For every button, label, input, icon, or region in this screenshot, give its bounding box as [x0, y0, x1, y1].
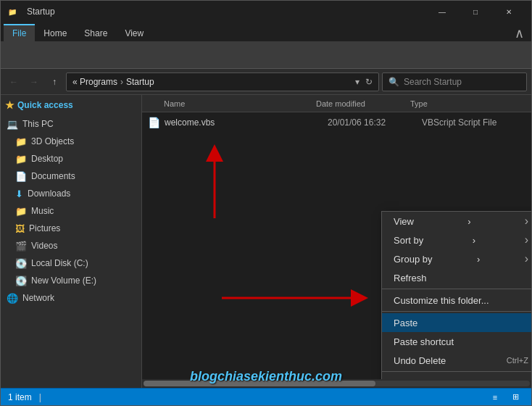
minimize-button[interactable]: —	[425, 1, 459, 22]
network-icon: 🌐	[7, 293, 18, 304]
ribbon-placeholder	[7, 54, 15, 57]
file-header: Name Date modified Type	[142, 95, 531, 112]
file-date: 20/01/06 16:32	[328, 117, 422, 128]
context-menu-item-give-access[interactable]: Give access to ›	[382, 373, 531, 379]
folder-music-icon: 📁	[15, 206, 27, 217]
col-date-header[interactable]: Date modified	[316, 99, 410, 108]
sidebar-item-newvolume[interactable]: 💽 New Volume (E:)	[1, 272, 141, 289]
sidebar-item-localdisk[interactable]: 💽 Local Disk (C:)	[1, 254, 141, 272]
hscrollbar-thumb[interactable]	[144, 381, 375, 386]
sidebar: ★ Quick access 💻 This PC 📁 3D Objects 📁 …	[1, 95, 142, 388]
search-box[interactable]: 🔍 Search Startup	[382, 72, 527, 91]
context-menu-item-groupby[interactable]: Group by ›	[382, 249, 531, 268]
context-menu-item-customize[interactable]: Customize this folder...	[382, 291, 531, 310]
sidebar-item-newvolume-label: New Volume (E:)	[31, 276, 96, 286]
statusbar-separator: |	[39, 392, 41, 402]
undo-shortcut: Ctrl+Z	[507, 356, 528, 365]
tab-share[interactable]: Share	[75, 24, 116, 41]
context-menu-item-paste[interactable]: Paste	[382, 313, 531, 332]
close-button[interactable]: ✕	[492, 1, 525, 22]
breadcrumb-dropdown[interactable]: ▾	[355, 77, 359, 87]
context-menu-item-view[interactable]: View ›	[382, 212, 531, 231]
search-placeholder: Search Startup	[404, 77, 462, 87]
tab-home[interactable]: Home	[35, 24, 75, 41]
sidebar-item-3dobjects-label: 3D Objects	[31, 136, 74, 146]
sidebar-item-downloads[interactable]: ⬇ Downloads	[1, 185, 141, 202]
maximize-button[interactable]: □	[459, 1, 492, 22]
sidebar-item-3dobjects[interactable]: 📁 3D Objects	[1, 133, 141, 150]
context-menu-item-refresh[interactable]: Refresh	[382, 268, 531, 287]
file-name: welcome.vbs	[165, 117, 328, 128]
sortby-arrow-icon: ›	[473, 235, 475, 246]
up-button[interactable]: ↑	[46, 73, 63, 91]
search-icon: 🔍	[388, 77, 399, 87]
ribbon-collapse-button[interactable]: ∧	[510, 25, 528, 41]
file-row[interactable]: 📄 welcome.vbs 20/01/06 16:32 VBScript Sc…	[142, 112, 531, 133]
breadcrumb-sep: ›	[120, 77, 123, 87]
folder-pictures-icon: 🖼	[15, 223, 25, 234]
col-name-header[interactable]: Name	[142, 99, 316, 108]
drive-e-icon: 💽	[15, 276, 27, 286]
sidebar-item-network[interactable]: 🌐 Network	[1, 289, 141, 307]
sidebar-item-music[interactable]: 📁 Music	[1, 202, 141, 220]
titlebar-buttons: — □ ✕	[425, 1, 525, 22]
file-panel: Name Date modified Type 📄 welcome.vbs 20…	[142, 95, 531, 388]
context-menu-item-sortby[interactable]: Sort by ›	[382, 231, 531, 249]
divider-3	[382, 371, 531, 372]
tab-file[interactable]: File	[4, 24, 35, 41]
window-icon: 📁	[7, 6, 18, 17]
file-icon: 📄	[148, 117, 160, 128]
sidebar-item-pictures-label: Pictures	[29, 223, 60, 233]
sidebar-item-network-label: Network	[22, 293, 54, 303]
context-menu-item-undo-delete[interactable]: Undo Delete Ctrl+Z	[382, 351, 531, 370]
view-details-button[interactable]: ≡	[486, 390, 504, 405]
pc-icon: 💻	[7, 119, 18, 130]
sidebar-item-localdisk-label: Local Disk (C:)	[31, 258, 88, 268]
star-icon: ★	[5, 99, 14, 111]
view-large-icons-button[interactable]: ⊞	[507, 390, 524, 405]
sidebar-item-documents-label: Documents	[31, 171, 75, 181]
ribbon-content	[1, 41, 531, 69]
give-access-arrow-icon: ›	[489, 378, 491, 380]
sidebar-item-pictures[interactable]: 🖼 Pictures	[1, 220, 141, 237]
file-type: VBScript Script File	[422, 117, 531, 128]
sidebar-item-thispc[interactable]: 💻 This PC	[1, 115, 141, 133]
titlebar-icons: 📁	[7, 6, 18, 17]
folder-videos-icon: 🎬	[15, 241, 27, 252]
groupby-arrow-icon: ›	[477, 254, 480, 265]
sidebar-item-videos[interactable]: 🎬 Videos	[1, 237, 141, 254]
sidebar-item-documents[interactable]: 📄 Documents	[1, 167, 141, 185]
sidebar-item-desktop[interactable]: 📁 Desktop	[1, 150, 141, 167]
arrow-paste-svg	[215, 283, 388, 327]
tab-view[interactable]: View	[116, 24, 152, 41]
divider-1	[382, 289, 531, 289]
titlebar: 📁 Startup — □ ✕	[1, 1, 531, 22]
item-count: 1 item	[8, 392, 32, 402]
statusbar-view-buttons: ≡ ⊞	[486, 390, 524, 405]
folder-docs-icon: 📄	[15, 171, 27, 182]
view-arrow-icon: ›	[467, 216, 470, 227]
addressbar: ← → ↑ « Programs › Startup ▾ ↻ 🔍 Search …	[1, 69, 531, 95]
breadcrumb[interactable]: « Programs › Startup ▾ ↻	[66, 72, 379, 91]
folder-downloads-icon: ⬇	[15, 188, 23, 199]
back-button[interactable]: ←	[5, 73, 22, 91]
forward-button[interactable]: →	[25, 73, 43, 91]
breadcrumb-current: Startup	[126, 77, 154, 87]
col-type-header[interactable]: Type	[410, 99, 531, 108]
sidebar-section-quickaccess[interactable]: ★ Quick access	[1, 95, 141, 115]
context-menu: View › Sort by › Group by › Refresh	[381, 211, 531, 379]
sidebar-item-music-label: Music	[31, 206, 54, 216]
hscrollbar[interactable]	[142, 379, 531, 388]
divider-2	[382, 311, 531, 312]
statusbar: 1 item | ≡ ⊞	[1, 388, 531, 405]
hscrollbar-track	[144, 381, 530, 386]
ribbon-tabs: File Home Share View ∧	[1, 22, 531, 41]
sidebar-item-downloads-label: Downloads	[28, 188, 70, 199]
file-area: Name Date modified Type 📄 welcome.vbs 20…	[142, 95, 531, 379]
breadcrumb-prefix: « Programs	[72, 77, 117, 87]
explorer-window: 📁 Startup — □ ✕ File Home Share View ∧ ←…	[0, 0, 532, 406]
context-menu-item-paste-shortcut[interactable]: Paste shortcut	[382, 332, 531, 351]
sidebar-item-desktop-label: Desktop	[31, 154, 63, 164]
breadcrumb-refresh[interactable]: ↻	[365, 77, 373, 87]
sidebar-item-thispc-label: This PC	[22, 119, 54, 129]
